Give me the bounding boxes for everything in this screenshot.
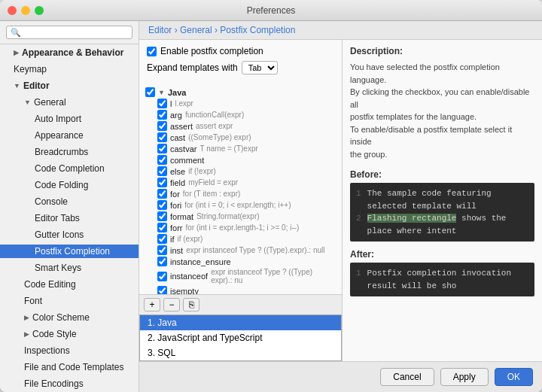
panel-body: Enable postfix completion Expand templat… (139, 40, 542, 361)
tree-item[interactable]: if if (expr) (139, 233, 342, 245)
tree-item[interactable]: instanceof expr instanceof Type ? ((Type… (139, 267, 342, 285)
description-label: Description: (350, 46, 534, 56)
sidebar-item-gutter-icons[interactable]: Gutter Icons (0, 226, 139, 243)
tree-checkbox[interactable] (157, 200, 167, 210)
sidebar-item-color-scheme[interactable]: Color Scheme (0, 309, 139, 326)
tree-java-header[interactable]: Java (139, 87, 342, 98)
sidebar-item-inspections[interactable]: Inspections (0, 342, 139, 359)
tree-item[interactable]: inst expr instanceof Type ? ((Type).expr… (139, 245, 342, 256)
search-input[interactable] (6, 26, 132, 39)
enable-postfix-checkbox[interactable] (147, 47, 157, 56)
tree-checkbox[interactable] (157, 99, 167, 108)
sidebar-item-editor[interactable]: Editor (0, 77, 139, 94)
list-item-java[interactable]: 1. Java (140, 315, 341, 330)
cancel-button[interactable]: Cancel (380, 368, 434, 386)
tree-item[interactable]: fori for (int i = 0; i < expr.length; i+… (139, 199, 342, 211)
sidebar-item-editor-tabs[interactable]: Editor Tabs (0, 210, 139, 226)
arrow-icon (24, 99, 31, 106)
preferences-window: Preferences Appearance & Behavior Keymap (0, 0, 542, 392)
list-item-javascript[interactable]: 2. JavaScript and TypeScript (140, 330, 341, 345)
maximize-button[interactable] (35, 6, 44, 15)
before-code-box: 1 The sample code featuring selected tem… (350, 183, 534, 242)
tree-item[interactable]: isempty (139, 285, 342, 294)
sidebar-item-file-and-code-templates[interactable]: File and Code Templates (0, 359, 139, 375)
sidebar-item-breadcrumbs[interactable]: Breadcrumbs (0, 144, 139, 160)
sidebar-item-appearance-behavior[interactable]: Appearance & Behavior (0, 44, 139, 61)
sidebar-item-auto-import[interactable]: Auto Import (0, 111, 139, 127)
tree-checkbox[interactable] (157, 211, 167, 221)
sidebar-item-code-completion[interactable]: Code Completion (0, 160, 139, 177)
arrow-icon (14, 49, 19, 56)
before-label: Before: (350, 169, 534, 180)
window-controls (8, 6, 44, 15)
tree-item[interactable]: cast ((SomeType) expr) (139, 132, 342, 143)
tree-checkbox[interactable] (157, 257, 167, 266)
tree-checkbox[interactable] (157, 245, 167, 255)
java-header-checkbox[interactable] (145, 87, 155, 97)
sidebar-search-area (0, 21, 139, 44)
minimize-button[interactable] (21, 6, 30, 15)
tree-checkbox[interactable] (157, 286, 167, 294)
tree-checkbox[interactable] (157, 110, 167, 120)
enable-postfix-row: Enable postfix completion (147, 46, 334, 56)
expand-select[interactable]: Tab (242, 61, 278, 74)
tree-item[interactable]: else if (!expr) (139, 166, 342, 177)
tree-checkbox[interactable] (157, 144, 167, 153)
copy-button[interactable]: ⎘ (183, 298, 199, 311)
main-content: Appearance & Behavior Keymap Editor Gene… (0, 21, 542, 392)
breadcrumb: Editor › General › Postfix Completion (139, 21, 542, 40)
tree-item[interactable]: comment (139, 154, 342, 166)
arrow-icon (14, 82, 20, 90)
after-label: After: (350, 249, 534, 260)
main-panel: Editor › General › Postfix Completion En… (139, 21, 542, 392)
tree-checkbox[interactable] (157, 272, 167, 281)
tree-checkbox[interactable] (157, 121, 167, 131)
tree-item[interactable]: field myField = expr (139, 177, 342, 188)
tree-checkbox[interactable] (157, 166, 167, 176)
tree-item[interactable]: arg functionCall(expr) (139, 109, 342, 120)
tree-item[interactable]: assert assert expr (139, 120, 342, 132)
language-list: 1. Java 2. JavaScript and TypeScript 3. … (139, 315, 342, 361)
footer: Cancel Apply OK (139, 361, 542, 392)
add-button[interactable]: + (144, 298, 160, 311)
left-panel-top: Enable postfix completion Expand templat… (139, 40, 342, 84)
description-text: You have selected the postfix completion… (350, 61, 534, 160)
arrow-icon (24, 330, 29, 338)
tree-checkbox[interactable] (157, 155, 167, 165)
tree-checkbox[interactable] (157, 189, 167, 199)
tree-checkbox[interactable] (157, 132, 167, 142)
sidebar-item-appearance[interactable]: Appearance (0, 127, 139, 144)
ok-button[interactable]: OK (495, 368, 533, 386)
tree-item[interactable]: forr for (int i = expr.length-1; i >= 0;… (139, 222, 342, 233)
close-button[interactable] (8, 6, 17, 15)
tree-item[interactable]: instance_ensure (139, 256, 342, 267)
sidebar-item-keymap[interactable]: Keymap (0, 61, 139, 77)
tree-checkbox[interactable] (157, 178, 167, 187)
tree-item[interactable]: l l.expr (139, 98, 342, 109)
sidebar-item-console[interactable]: Console (0, 193, 139, 210)
bottom-toolbar: + − ⎘ (139, 294, 342, 315)
remove-button[interactable]: − (163, 298, 180, 311)
tree-checkbox[interactable] (157, 223, 167, 232)
expand-templates-row: Expand templates with Tab (147, 61, 334, 74)
sidebar-item-file-encodings[interactable]: File Encodings (0, 375, 139, 392)
apply-button[interactable]: Apply (440, 368, 489, 386)
sidebar-item-code-style[interactable]: Code Style (0, 326, 139, 342)
tree-item[interactable]: castvar T name = (T)expr (139, 143, 342, 154)
tree-item[interactable]: format String.format(expr) (139, 211, 342, 222)
sidebar-item-code-editing[interactable]: Code Editing (0, 276, 139, 293)
sidebar-item-general[interactable]: General (0, 94, 139, 111)
sidebar-item-smart-keys[interactable]: Smart Keys (0, 260, 139, 276)
title-bar: Preferences (0, 0, 542, 21)
tree-checkbox[interactable] (157, 234, 167, 244)
arrow-icon (24, 314, 29, 321)
right-panel: Description: You have selected the postf… (343, 40, 542, 361)
tree-item[interactable]: for for (T item : expr) (139, 188, 342, 199)
sidebar-item-postfix-completion[interactable]: Postfix Completion (0, 243, 139, 260)
window-title: Preferences (247, 5, 296, 16)
template-tree: Java l l.expr arg functionCall(expr) (139, 84, 342, 294)
sidebar-item-font[interactable]: Font (0, 293, 139, 309)
sidebar: Appearance & Behavior Keymap Editor Gene… (0, 21, 139, 392)
list-item-sql[interactable]: 3. SQL (140, 345, 341, 360)
sidebar-item-code-folding[interactable]: Code Folding (0, 177, 139, 193)
